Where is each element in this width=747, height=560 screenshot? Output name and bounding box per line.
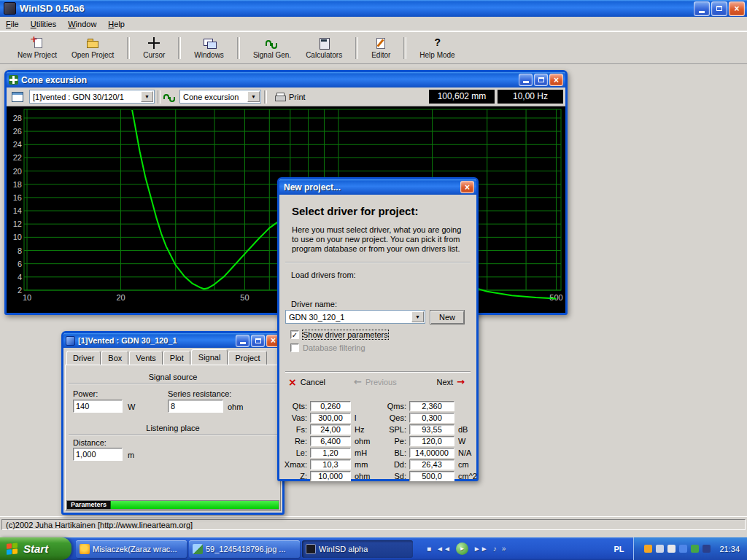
network-tray-icon[interactable] [679, 545, 687, 553]
previous-icon[interactable]: ◄◄ [436, 545, 451, 553]
dialog-title: New project... [282, 182, 459, 192]
driver-combo[interactable]: [1]vented : GDN 30/120/1 ▼ [29, 90, 155, 104]
param-row: BL:14,00000N/A [380, 447, 478, 459]
taskbar-task-59-1245418796-jpg[interactable]: 59_1245418796.jpg ... [189, 540, 300, 558]
messenger-tray-icon[interactable] [644, 545, 652, 553]
chevron-down-icon[interactable]: ▼ [141, 91, 153, 102]
new-project-icon [30, 37, 44, 50]
cancel-button[interactable]: × Cancel [288, 377, 325, 387]
taskbar-tasks: Misiaczek(Zaraz wrac...59_1245418796.jpg… [76, 540, 415, 558]
taskbar: Start Misiaczek(Zaraz wrac...59_12454187… [0, 537, 747, 560]
toolbar-separator [158, 90, 160, 104]
show-driver-parameters-checkbox[interactable]: ✓ Show driver parameters [290, 330, 388, 339]
next-icon[interactable]: ►► [473, 545, 488, 553]
windows-icon [202, 37, 217, 50]
chevron-down-icon[interactable]: ▼ [247, 91, 260, 102]
new-driver-button[interactable]: New [430, 310, 465, 324]
cone-minimize-button[interactable] [519, 74, 533, 86]
desktop: WinISD 0.50a6 × FileUtilitiesWindowHelp … [0, 0, 747, 560]
vented-minimize-button[interactable] [236, 335, 249, 347]
toolbar-button-label: Open Project [71, 51, 114, 59]
minimize-button[interactable] [694, 1, 710, 16]
param-name: Z: [281, 472, 307, 481]
param-name: Fs: [281, 425, 307, 434]
taskbar-task-misiaczek-zaraz-wrac[interactable]: Misiaczek(Zaraz wrac... [76, 540, 187, 558]
toolbar-separator [264, 90, 267, 104]
cone-window-titlebar: Cone excursion × [7, 72, 565, 88]
editor-icon [374, 37, 388, 50]
params-left: Qts:0,260Vas:300,00lFs:24,00HzRe:6,400oh… [281, 400, 379, 482]
toolbar-button-signal-gen[interactable]: Signal Gen. [246, 36, 298, 61]
toolbar-button-label: Cursor [143, 51, 165, 59]
dialog-close-button[interactable]: × [460, 181, 474, 193]
scheduler-tray-icon[interactable] [703, 545, 711, 553]
taskbar-task-winisd-alpha[interactable]: WinISD alpha [302, 540, 413, 558]
param-name: Sd: [380, 472, 406, 481]
next-button[interactable]: Next → [436, 377, 465, 386]
menu-help[interactable]: Help [102, 18, 131, 31]
task-label: 59_1245418796.jpg ... [206, 545, 286, 553]
toolbar-separator [127, 37, 130, 59]
chevron-down-icon[interactable]: ▼ [411, 311, 424, 322]
start-button[interactable]: Start [0, 537, 71, 560]
cone-close-button[interactable]: × [549, 74, 563, 86]
print-button[interactable]: Print [270, 91, 311, 103]
param-value: 93,55 [409, 424, 454, 435]
listening-place-header: Listening place [69, 424, 277, 435]
previous-button: ← Previous [354, 377, 397, 386]
menu-utilities[interactable]: Utilities [25, 18, 62, 31]
toolbar-separator [237, 37, 240, 59]
tab-vents[interactable]: Vents [129, 351, 163, 365]
system-tray: 21:34 [633, 537, 747, 560]
svg-text:50: 50 [240, 293, 249, 302]
series-resistance-input[interactable] [168, 400, 223, 413]
param-row: Qes:0,300 [380, 412, 478, 424]
antivirus-tray-icon[interactable] [691, 545, 699, 553]
open-project-icon [85, 37, 100, 50]
display-tray-icon[interactable] [656, 545, 664, 553]
svg-text:8: 8 [18, 246, 22, 255]
toolbar-button-calculators[interactable]: Calculators [298, 36, 349, 61]
toolbar-button-open-project[interactable]: Open Project [64, 36, 121, 61]
volume-icon[interactable]: ♪ [493, 545, 497, 553]
plot-type-combo-value: Cone excursion [183, 93, 239, 101]
param-name: BL: [380, 448, 406, 457]
tab-box[interactable]: Box [101, 351, 128, 365]
cancel-button-label: Cancel [301, 378, 325, 386]
tab-project[interactable]: Project [228, 351, 266, 365]
volume-tray-icon[interactable] [667, 545, 676, 553]
driver-name-combo[interactable]: GDN 30_120_1 ▼ [285, 310, 425, 324]
stop-icon[interactable]: ■ [427, 545, 431, 553]
parameters-progress-fill [110, 501, 279, 509]
toolbar-button-windows[interactable]: Windows [187, 36, 231, 61]
menu-file[interactable]: File [0, 18, 25, 31]
close-button[interactable]: × [729, 1, 745, 16]
play-icon[interactable]: ► [456, 542, 468, 555]
overflow-chevron-icon[interactable]: » [502, 545, 506, 553]
param-unit: ohm [355, 437, 370, 446]
tab-signal[interactable]: Signal [191, 349, 228, 365]
menu-window[interactable]: Window [62, 18, 102, 31]
cone-window-icon [9, 75, 18, 85]
language-indicator[interactable]: PL [610, 543, 627, 555]
dialog-description: Here you must select driver, what you ar… [292, 225, 467, 254]
status-bar: (c)2002 Juha Hartikainen [http://www.lin… [0, 516, 747, 532]
svg-text:10: 10 [13, 233, 22, 241]
plot-type-combo[interactable]: Cone excursion ▼ [179, 90, 261, 104]
toolbar-button-new-project[interactable]: New Project [10, 36, 64, 61]
tab-plot[interactable]: Plot [163, 351, 190, 365]
restore-button[interactable] [711, 1, 727, 16]
cone-maximize-button[interactable] [534, 74, 548, 86]
separator [285, 371, 471, 373]
power-input[interactable] [73, 400, 123, 413]
toolbar-button-editor[interactable]: Editor [364, 36, 398, 61]
toolbar-button-cursor[interactable]: Cursor [136, 36, 172, 61]
task-label: Misiaczek(Zaraz wrac... [93, 545, 177, 553]
power-unit: W [128, 402, 135, 411]
param-row: Qms:2,360 [380, 400, 478, 412]
distance-input[interactable] [73, 448, 123, 461]
toolbar-button-help-mode[interactable]: Help Mode [412, 36, 462, 61]
tab-driver[interactable]: Driver [66, 351, 101, 365]
driver-list-button[interactable] [9, 90, 26, 104]
vented-maximize-button[interactable] [251, 335, 265, 347]
